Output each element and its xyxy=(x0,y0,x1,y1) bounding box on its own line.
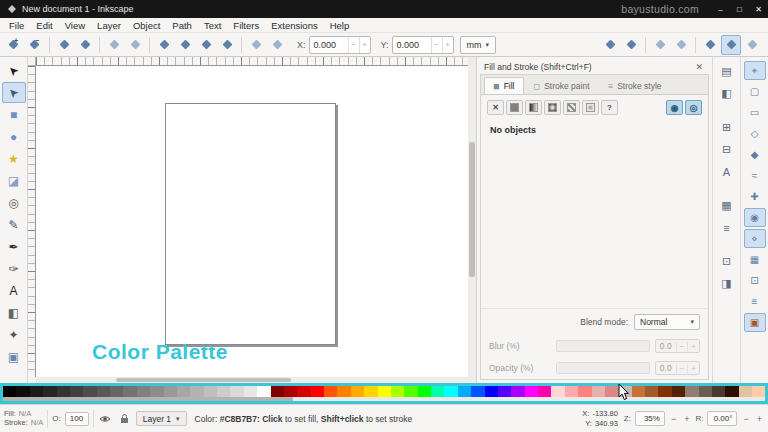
pen-tool[interactable]: ✒ xyxy=(2,236,26,257)
dialog-layers-icon[interactable]: ▦ xyxy=(717,196,737,215)
snap-nodes-icon[interactable]: ◆ xyxy=(744,145,766,164)
palette-swatch[interactable] xyxy=(511,386,524,397)
palette-swatch[interactable] xyxy=(177,386,190,397)
canvas[interactable]: Color Palette xyxy=(36,66,468,377)
palette-swatch[interactable] xyxy=(204,386,217,397)
master-opacity-input[interactable]: 100 xyxy=(65,412,89,426)
palette-swatch[interactable] xyxy=(123,386,136,397)
palette-swatch[interactable] xyxy=(498,386,511,397)
snap-bbox-edges-icon[interactable]: ▭ xyxy=(744,103,766,122)
dialog-text-icon[interactable]: A xyxy=(717,162,737,181)
tab-fill[interactable]: ◼Fill xyxy=(484,77,524,94)
menu-edit[interactable]: Edit xyxy=(30,18,58,32)
snap-toggle-icon[interactable]: ⌖ xyxy=(744,61,766,80)
palette-swatch[interactable] xyxy=(685,386,698,397)
vertical-scrollbar[interactable] xyxy=(468,57,476,383)
pencil-tool[interactable]: ✎ xyxy=(2,214,26,235)
paint-bucket-tool[interactable]: ▣ xyxy=(2,346,26,367)
snap-object-centers-icon[interactable]: ⊡ xyxy=(744,271,766,290)
x-coordinate-input[interactable]: 0.000 − + xyxy=(309,36,371,54)
layer-lock-icon[interactable] xyxy=(117,411,132,426)
join-nodes-icon[interactable] xyxy=(54,35,74,55)
palette-swatch[interactable] xyxy=(458,386,471,397)
horizontal-scrollbar-thumb[interactable] xyxy=(116,378,291,382)
box3d-tool[interactable]: ◪ xyxy=(2,170,26,191)
fill-stroke-indicator[interactable]: Fill: N/A Stroke: N/A xyxy=(4,410,43,428)
palette-swatch[interactable] xyxy=(672,386,685,397)
dialog-xml-editor-icon[interactable]: ◨ xyxy=(717,274,737,293)
snap-smooth-nodes-icon[interactable]: ⋄ xyxy=(744,229,766,248)
dialog-close-icon[interactable]: ✕ xyxy=(693,62,705,72)
palette-swatch[interactable] xyxy=(578,386,591,397)
palette-swatch[interactable] xyxy=(297,386,310,397)
palette-swatch[interactable] xyxy=(16,386,29,397)
palette-swatch[interactable] xyxy=(30,386,43,397)
opacity-decrement-button[interactable]: − xyxy=(676,364,688,373)
palette-swatch[interactable] xyxy=(43,386,56,397)
palette-swatch[interactable] xyxy=(592,386,605,397)
y-increment-button[interactable]: + xyxy=(442,37,453,53)
dialog-import-icon[interactable]: ⊟ xyxy=(717,140,737,159)
palette-swatch[interactable] xyxy=(351,386,364,397)
segment-line-icon[interactable] xyxy=(246,35,266,55)
palette-scrollbar[interactable] xyxy=(3,397,765,401)
segment-curve-icon[interactable] xyxy=(267,35,287,55)
join-with-segment-icon[interactable] xyxy=(104,35,124,55)
palette-swatch[interactable] xyxy=(645,386,658,397)
menu-object[interactable]: Object xyxy=(127,18,166,32)
palette-swatch[interactable] xyxy=(538,386,551,397)
palette-swatch[interactable] xyxy=(164,386,177,397)
show-transform-handles-icon[interactable] xyxy=(700,35,720,55)
blend-mode-select[interactable]: Normal ▾ xyxy=(634,314,700,330)
paint-unknown-icon[interactable]: ? xyxy=(601,100,618,115)
paint-radial-gradient-icon[interactable] xyxy=(544,100,561,115)
edit-clip-path-icon[interactable] xyxy=(650,35,670,55)
tab-stroke-paint[interactable]: ◻Stroke paint xyxy=(525,77,599,94)
dialog-document-properties-icon[interactable]: ▤ xyxy=(717,62,737,81)
snap-bbox-corners-icon[interactable]: ◇ xyxy=(744,124,766,143)
palette-swatch[interactable] xyxy=(110,386,123,397)
palette-swatch[interactable] xyxy=(725,386,738,397)
palette-swatch[interactable] xyxy=(444,386,457,397)
palette-swatch[interactable] xyxy=(217,386,230,397)
fill-rule-nonzero-icon[interactable]: ◉ xyxy=(666,100,683,115)
rotation-decrease-button[interactable]: − xyxy=(741,414,750,424)
palette-swatch[interactable] xyxy=(230,386,243,397)
vertical-scrollbar-thumb[interactable] xyxy=(469,142,475,277)
rectangle-tool[interactable]: ■ xyxy=(2,104,26,125)
palette-swatch[interactable] xyxy=(97,386,110,397)
dialog-export-icon[interactable]: ⊞ xyxy=(717,118,737,137)
x-decrement-button[interactable]: − xyxy=(348,37,359,53)
snap-bounding-box-icon[interactable]: ▢ xyxy=(744,82,766,101)
menu-text[interactable]: Text xyxy=(198,18,227,32)
menu-filters[interactable]: Filters xyxy=(227,18,265,32)
star-tool[interactable]: ★ xyxy=(2,148,26,169)
menu-view[interactable]: View xyxy=(59,18,91,32)
palette-swatch[interactable] xyxy=(378,386,391,397)
maximize-button[interactable]: □ xyxy=(730,0,749,18)
snap-paths-icon[interactable]: ≈ xyxy=(744,166,766,185)
ellipse-tool[interactable]: ● xyxy=(2,126,26,147)
dropper-tool[interactable]: ✦ xyxy=(2,324,26,345)
zoom-input[interactable]: 35% xyxy=(635,411,665,426)
palette-swatch[interactable] xyxy=(284,386,297,397)
palette-swatch[interactable] xyxy=(431,386,444,397)
spiral-tool[interactable]: ◎ xyxy=(2,192,26,213)
palette-swatch[interactable] xyxy=(525,386,538,397)
palette-swatch[interactable] xyxy=(137,386,150,397)
palette-swatch[interactable] xyxy=(404,386,417,397)
palette-swatch[interactable] xyxy=(485,386,498,397)
menu-help[interactable]: Help xyxy=(324,18,356,32)
snap-cusp-nodes-icon[interactable]: ◉ xyxy=(744,208,766,227)
palette-swatch[interactable] xyxy=(57,386,70,397)
blur-input[interactable]: 0.0 − + xyxy=(655,339,700,353)
blur-decrement-button[interactable]: − xyxy=(676,342,688,351)
palette-swatch[interactable] xyxy=(632,386,645,397)
opacity-input[interactable]: 0.0 − + xyxy=(655,361,700,375)
palette-swatch[interactable] xyxy=(551,386,564,397)
node-corner-icon[interactable] xyxy=(154,35,174,55)
show-bezier-handles-icon[interactable] xyxy=(721,35,741,55)
rotation-increase-button[interactable]: + xyxy=(755,414,764,424)
palette-swatch[interactable] xyxy=(190,386,203,397)
palette-swatch[interactable] xyxy=(699,386,712,397)
